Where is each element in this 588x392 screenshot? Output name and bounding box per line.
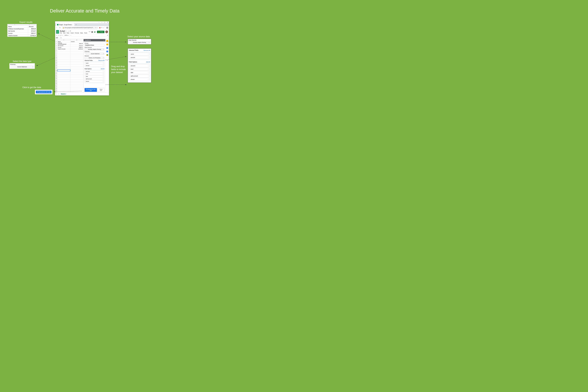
- field-item-date[interactable]: date≡: [130, 71, 149, 74]
- cell-B4[interactable]: 5362.07: [70, 46, 83, 48]
- bookmark-star-icon[interactable]: ☆: [96, 27, 97, 28]
- cell-A21[interactable]: [58, 74, 70, 76]
- menu-format[interactable]: Format: [75, 32, 79, 34]
- fill-spreadsheet-button[interactable]: Fill spreadsheet with data: [36, 91, 52, 93]
- cell-A22[interactable]: [58, 76, 70, 78]
- window-minimize-icon[interactable]: —: [101, 22, 102, 23]
- remove-all-link[interactable]: Remove All: [98, 60, 104, 61]
- cell-A9[interactable]: [58, 55, 70, 56]
- cell-A18[interactable]: [58, 70, 70, 71]
- new-tab-button[interactable]: ＋: [75, 24, 77, 26]
- cell-B14[interactable]: [70, 63, 83, 65]
- share-button[interactable]: 🔒 Share: [97, 31, 104, 33]
- cell-A4[interactable]: Income: [58, 46, 70, 48]
- cell-B31[interactable]: [70, 91, 83, 93]
- toolbar-collapse-icon[interactable]: ᐱ: [107, 35, 108, 36]
- cell-A1[interactable]: Name: [58, 41, 70, 42]
- forward-button[interactable]: ›: [58, 27, 58, 28]
- window-dropdown-icon[interactable]: ⌄: [98, 22, 100, 23]
- plugin-close-icon[interactable]: ×: [104, 40, 104, 41]
- cell-B8[interactable]: [70, 53, 83, 55]
- cell-B27[interactable]: [70, 84, 83, 86]
- bookmarks-icon[interactable]: ≡: [103, 27, 104, 28]
- cell-B24[interactable]: [70, 80, 83, 81]
- user-avatar[interactable]: A: [105, 30, 108, 33]
- cell-A8[interactable]: [58, 53, 70, 55]
- cell-B23[interactable]: [70, 78, 83, 80]
- extensions-puzzle-icon[interactable]: ✦: [101, 27, 102, 28]
- cell-B7[interactable]: [70, 52, 83, 53]
- cell-A12[interactable]: [58, 60, 70, 61]
- comments-icon[interactable]: ▦: [92, 31, 93, 33]
- cell-B19[interactable]: [70, 71, 83, 73]
- menu-insert[interactable]: Insert: [70, 32, 74, 34]
- cell-A11[interactable]: [58, 58, 70, 60]
- redo-button[interactable]: ↷: [58, 35, 59, 36]
- groups-input[interactable]: [84, 44, 104, 46]
- cell-B17[interactable]: [70, 68, 83, 70]
- add-all-link[interactable]: Add All: [101, 68, 104, 70]
- back-button[interactable]: ‹: [56, 27, 57, 28]
- cell-A23[interactable]: [58, 78, 70, 80]
- cell-B13[interactable]: [70, 61, 83, 63]
- cell-A29[interactable]: [58, 88, 70, 89]
- cell-B12[interactable]: [70, 60, 83, 61]
- data-sources-dropdown[interactable]: Workday Adaptive Planning⇳: [84, 48, 104, 50]
- cell-A10[interactable]: [58, 56, 70, 58]
- cell-A14[interactable]: [58, 63, 70, 65]
- hide-rail-icon[interactable]: ›: [107, 90, 108, 92]
- cell-B18[interactable]: [70, 70, 83, 71]
- cell-B25[interactable]: [70, 81, 83, 83]
- cell-B6[interactable]: [70, 50, 83, 52]
- menu-edit[interactable]: Edit: [63, 32, 66, 34]
- schemas-dropdown[interactable]: Income Statement ⇳: [10, 66, 34, 68]
- cell-A19[interactable]: [58, 71, 70, 73]
- cloud-icon[interactable]: ✉: [70, 30, 71, 32]
- selected-fields-list[interactable]: name≡ amount≡: [129, 52, 150, 60]
- star-icon[interactable]: ☆: [66, 30, 67, 32]
- tab-close-icon[interactable]: ×: [72, 24, 73, 26]
- cell-B29[interactable]: [70, 88, 83, 89]
- field-item[interactable]: split account≡: [85, 78, 104, 80]
- field-item-account[interactable]: account≡: [130, 64, 149, 67]
- streams-dropdown[interactable]: 9/22/21, 8:14 PM (latest)⇳: [84, 57, 104, 59]
- cell-B2[interactable]: 3666.09: [70, 42, 83, 45]
- reload-button[interactable]: ↻: [59, 27, 61, 28]
- cell-A28[interactable]: [58, 86, 70, 88]
- undo-button[interactable]: ↶: [56, 35, 57, 36]
- move-icon[interactable]: ▭: [68, 30, 69, 32]
- maps-icon[interactable]: [106, 54, 108, 56]
- cell-A5[interactable]: Total for Income: [58, 48, 70, 50]
- keep-icon[interactable]: [106, 44, 108, 46]
- cell-A2[interactable]: Ordinary Income/Expenses: [58, 42, 70, 45]
- fill-spreadsheet-button[interactable]: Fill spreadsheet with data: [84, 88, 97, 92]
- chrome-menu-icon[interactable]: ⋮: [104, 27, 106, 28]
- url-field[interactable]: 🔒 docs.google.com/spreadsheets/d/1xTrjae…: [62, 27, 98, 29]
- selected-fields-list[interactable]: name≡ amount≡: [84, 62, 104, 67]
- add-addon-button[interactable]: ＋: [106, 60, 108, 62]
- all-sheets-button[interactable]: ≡: [58, 93, 59, 95]
- name-box[interactable]: A18: [55, 37, 60, 38]
- field-item-level[interactable]: level≡: [130, 68, 149, 70]
- history-icon[interactable]: 〰: [89, 31, 90, 33]
- cell-B28[interactable]: [70, 86, 83, 88]
- add-all-link[interactable]: Add All: [146, 61, 150, 63]
- cell-B9[interactable]: [70, 55, 83, 56]
- data-sources-dropdown[interactable]: Workday Adaptive Planning ⇳: [128, 41, 150, 44]
- cell-B26[interactable]: [70, 83, 83, 84]
- calendar-icon[interactable]: [106, 40, 108, 42]
- zoom-dropdown[interactable]: 100% ▾: [64, 35, 68, 36]
- field-item[interactable]: level≡: [85, 73, 104, 75]
- cell-B20[interactable]: [70, 73, 83, 74]
- browser-tab[interactable]: Budget - Google Sheets ×: [56, 24, 74, 26]
- reset-form-button[interactable]: Reset form: [98, 88, 104, 92]
- paint-format-button[interactable]: ✎: [62, 35, 62, 36]
- cell-B21[interactable]: [70, 74, 83, 76]
- field-item[interactable]: account≡: [85, 70, 104, 72]
- cell-A3[interactable]: Net Income: [58, 45, 70, 46]
- cell-A30[interactable]: [58, 89, 70, 91]
- cell-B22[interactable]: [70, 76, 83, 78]
- meet-icon[interactable]: ▣▾: [94, 31, 96, 33]
- cell-A13[interactable]: [58, 61, 70, 63]
- field-item-amount[interactable]: amount≡: [130, 56, 149, 59]
